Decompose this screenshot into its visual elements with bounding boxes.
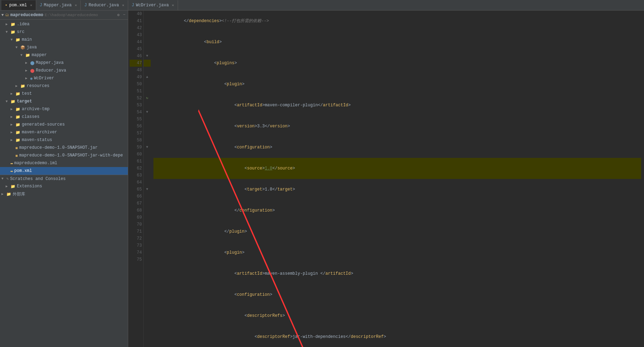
folder-icon: 📁 — [11, 184, 15, 189]
expand-arrow: ▶ — [1, 192, 6, 196]
sidebar: ▼ 🗂 mapreducedemo E:\hadoop\mapreducedem… — [0, 11, 128, 347]
sidebar-item-mapper-pkg[interactable]: ▼ 📁 mapper — [0, 51, 128, 59]
main-area: ▼ 🗂 mapreducedemo E:\hadoop\mapreducedem… — [0, 11, 644, 347]
code-line-55: <descriptorRef>jar-with-dependencies</de… — [153, 326, 641, 347]
code-line-40: </dependencies><!--打包所需的依赖--> — [153, 11, 641, 32]
sidebar-item-idea[interactable]: ▶ 📁 .idea — [0, 20, 128, 28]
tree-label: Scratches and Consoles — [10, 176, 66, 181]
tab-pom[interactable]: ▪ pom.xml ✕ — [1, 0, 36, 10]
tree-label: mapreduce-demo-1.0-SNAPSHOT-jar-with-dep… — [19, 153, 123, 158]
sidebar-item-pom[interactable]: ▬ pom.xml — [0, 167, 128, 175]
expand-arrow: ▼ — [6, 30, 11, 34]
code-line-42: <plugins> — [153, 53, 641, 74]
project-expand-icon[interactable]: ▼ — [1, 13, 4, 17]
project-header: ▼ 🗂 mapreducedemo E:\hadoop\mapreducedem… — [0, 11, 128, 20]
code-line-45: <version>3.3</version> — [153, 116, 641, 137]
code-line-44: <artifactId>maven-compiler-plugin</artif… — [153, 95, 641, 116]
tree-label: mapreduce-demo-1.0-SNAPSHOT.jar — [19, 145, 98, 150]
project-folder-icon: 🗂 — [5, 13, 9, 17]
fold-icon[interactable]: ▼ — [146, 109, 148, 116]
tree-label: resources — [27, 84, 50, 88]
expand-arrow: ▶ — [11, 115, 15, 119]
folder-icon: 📁 — [15, 115, 20, 119]
collapse-icon[interactable]: − — [122, 12, 126, 18]
gutter-icons: ▼ ▲ ↻ ▼ ▼ — [144, 11, 151, 347]
tree-label: WcDriver — [34, 76, 54, 81]
close-reducer-tab[interactable]: ✕ — [122, 3, 124, 7]
sidebar-item-jar1[interactable]: ◼ mapreduce-demo-1.0-SNAPSHOT.jar — [0, 144, 128, 152]
expand-arrow: ▼ — [6, 100, 11, 104]
code-editor[interactable]: </dependencies><!--打包所需的依赖--> <build> <p… — [151, 11, 644, 347]
code-line-43: <plugin> — [153, 74, 641, 95]
folder-icon: 📁 — [11, 99, 15, 104]
sidebar-item-maven-archiver[interactable]: ▶ 📁 maven-archiver — [0, 128, 128, 136]
folder-icon: 📁 — [15, 130, 20, 135]
sidebar-item-archive-tmp[interactable]: ▶ 📁 archive-tmp — [0, 105, 128, 113]
run-icon[interactable]: ↻ — [146, 95, 148, 102]
expand-arrow: ▼ — [20, 53, 25, 57]
sidebar-item-Reducer[interactable]: ▶ ⬤ Reducer.java — [0, 67, 128, 74]
code-line-46: <configuration> — [153, 137, 641, 158]
folder-icon: 📁 — [25, 53, 30, 58]
editor-area: 40 41 42 43 44 45 46 47 48 49 50 51 52 5… — [128, 11, 644, 347]
project-path: E:\hadoop\mapreducedemo — [45, 13, 98, 17]
expand-arrow: ▶ — [6, 22, 11, 26]
sidebar-item-extensions[interactable]: ▶ 📁 Extensions — [0, 182, 128, 190]
sidebar-item-jar2[interactable]: ◼ mapreduce-demo-1.0-SNAPSHOT-jar-with-d… — [0, 152, 128, 159]
tree-label: classes — [22, 114, 39, 119]
app-container: ▪ pom.xml ✕ J Mapper.java ✕ J Reducer.ja… — [0, 0, 644, 347]
sidebar-item-external-libs[interactable]: ▶ 📁 外部库 — [0, 190, 128, 198]
sidebar-item-test[interactable]: ▶ 📁 test — [0, 90, 128, 98]
tree-label: .idea — [17, 22, 29, 27]
tab-reducer[interactable]: J Reducer.java ✕ — [81, 0, 128, 10]
folder-icon: 📁 — [11, 30, 15, 34]
tab-bar: ▪ pom.xml ✕ J Mapper.java ✕ J Reducer.ja… — [0, 0, 644, 11]
folder-icon: 📁 — [15, 107, 20, 112]
folder-icon: 📁 — [15, 38, 20, 42]
expand-arrow: ▼ — [11, 38, 15, 42]
sidebar-item-java[interactable]: ▼ 📦 java — [0, 44, 128, 51]
tab-mapper[interactable]: J Mapper.java ✕ — [36, 0, 81, 10]
tree-label: java — [27, 45, 37, 50]
tree-label: maven-status — [22, 138, 52, 142]
expand-arrow: ▶ — [15, 84, 20, 88]
sidebar-item-scratches[interactable]: ▼ ✎ Scratches and Consoles — [0, 175, 128, 182]
tree-label: Mapper.java — [36, 60, 64, 65]
gear-icon[interactable]: ⚙ — [116, 12, 121, 18]
close-wcdriver-tab[interactable]: ✕ — [172, 3, 174, 7]
fold-icon[interactable]: ▼ — [146, 186, 148, 193]
sidebar-tree: ▶ 📁 .idea ▼ 📁 src ▼ 📁 main — [0, 20, 128, 347]
code-line-41: <build> — [153, 32, 641, 53]
project-name: mapreducedemo — [11, 13, 44, 18]
sidebar-item-target[interactable]: ▼ 📁 target — [0, 98, 128, 105]
xml-icon: ▪ — [5, 3, 7, 8]
sidebar-item-WcDriver[interactable]: ▶ ◉ WcDriver — [0, 74, 128, 82]
folder-icon: 📁 — [15, 122, 20, 127]
tree-label: Extensions — [17, 184, 42, 189]
iml-icon: ▬ — [11, 161, 13, 165]
jar-icon: ◼ — [15, 153, 18, 158]
tree-label: mapreducedemo.iml — [14, 161, 57, 166]
sidebar-item-src[interactable]: ▼ 📁 src — [0, 28, 128, 36]
java-file-icon: ⬤ — [30, 68, 34, 73]
sidebar-item-classes[interactable]: ▶ 📁 classes — [0, 113, 128, 121]
sidebar-item-main[interactable]: ▼ 📁 main — [0, 36, 128, 44]
source-root-icon: 📦 — [20, 45, 25, 50]
fold-icon[interactable]: ▼ — [146, 53, 148, 60]
close-pom-tab[interactable]: ✕ — [30, 3, 32, 7]
tab-wcdriver[interactable]: J WcDriver.java ✕ — [128, 0, 178, 10]
code-line-48: <target>1.8</target> — [153, 179, 641, 200]
sidebar-item-resources[interactable]: ▶ 📁 resources — [0, 82, 128, 90]
java-file-icon: ⬤ — [30, 61, 34, 65]
sidebar-item-generated-sources[interactable]: ▶ 📁 generated-sources — [0, 121, 128, 128]
code-line-53: <configuration> — [153, 284, 641, 305]
expand-arrow: ▶ — [11, 130, 15, 134]
sidebar-item-Mapper[interactable]: ▶ ⬤ Mapper.java — [0, 59, 128, 67]
sidebar-item-iml[interactable]: ▬ mapreducedemo.iml — [0, 159, 128, 167]
java-icon: J — [40, 3, 42, 8]
close-mapper-tab[interactable]: ✕ — [75, 3, 77, 7]
sidebar-item-maven-status[interactable]: ▶ 📁 maven-status — [0, 136, 128, 144]
fold-icon[interactable]: ▲ — [146, 74, 148, 81]
fold-icon[interactable]: ▼ — [146, 144, 148, 151]
folder-icon: 📁 — [15, 138, 20, 142]
